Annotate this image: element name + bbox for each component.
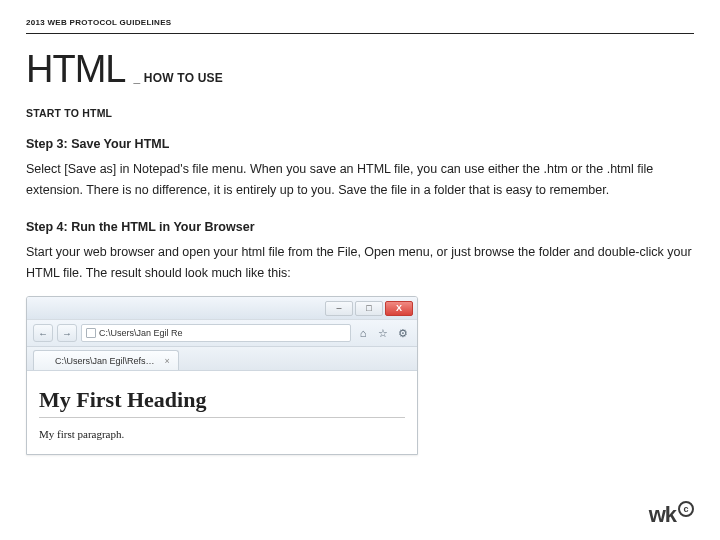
browser-viewport: My First Heading My first paragraph.	[27, 371, 417, 454]
page-favicon-icon	[86, 328, 96, 338]
rendered-paragraph: My first paragraph.	[39, 428, 405, 440]
doc-header-line: 2013 WEB PROTOCOL GUIDELINES	[26, 18, 694, 27]
rendered-divider	[39, 417, 405, 418]
arrow-left-icon: ←	[38, 328, 48, 339]
page-subtitle: _ HOW TO USE	[133, 71, 223, 85]
window-titlebar: – □ X	[27, 297, 417, 319]
favorites-icon[interactable]: ☆	[375, 325, 391, 341]
close-button[interactable]: X	[385, 301, 413, 316]
back-button[interactable]: ←	[33, 324, 53, 342]
tab-close-icon[interactable]: ×	[165, 356, 170, 366]
gear-icon[interactable]: ⚙	[395, 325, 411, 341]
step-body: Select [Save as] in Notepad's file menu.…	[26, 159, 694, 202]
address-bar[interactable]: C:\Users\Jan Egil Re	[81, 324, 351, 342]
divider	[26, 33, 694, 34]
address-text: C:\Users\Jan Egil Re	[99, 328, 183, 338]
tab-favicon-icon	[42, 356, 51, 365]
toolbar-icons: ⌂ ☆ ⚙	[355, 325, 411, 341]
logo-text: wk	[649, 502, 676, 528]
maximize-button[interactable]: □	[355, 301, 383, 316]
forward-button[interactable]: →	[57, 324, 77, 342]
page-title: HTML	[26, 48, 125, 91]
section-heading: START TO HTML	[26, 107, 694, 119]
step-heading: Step 4: Run the HTML in Your Browser	[26, 220, 694, 234]
step-heading: Step 3: Save Your HTML	[26, 137, 694, 151]
tab-strip: C:\Users\Jan Egil\Refs… ×	[27, 347, 417, 371]
title-row: HTML _ HOW TO USE	[26, 48, 694, 91]
home-icon[interactable]: ⌂	[355, 325, 371, 341]
step-body: Start your web browser and open your htm…	[26, 242, 694, 285]
copyright-icon: c	[678, 501, 694, 517]
arrow-right-icon: →	[62, 328, 72, 339]
page: 2013 WEB PROTOCOL GUIDELINES HTML _ HOW …	[0, 0, 720, 540]
browser-window: – □ X ← → C:\Users\Jan Egil Re ⌂ ☆ ⚙ C:\…	[26, 296, 418, 455]
rendered-heading: My First Heading	[39, 387, 405, 413]
footer-logo: wk c	[649, 502, 694, 528]
minimize-button[interactable]: –	[325, 301, 353, 316]
tab-label: C:\Users\Jan Egil\Refs…	[55, 356, 155, 366]
browser-toolbar: ← → C:\Users\Jan Egil Re ⌂ ☆ ⚙	[27, 319, 417, 347]
browser-tab[interactable]: C:\Users\Jan Egil\Refs… ×	[33, 350, 179, 370]
